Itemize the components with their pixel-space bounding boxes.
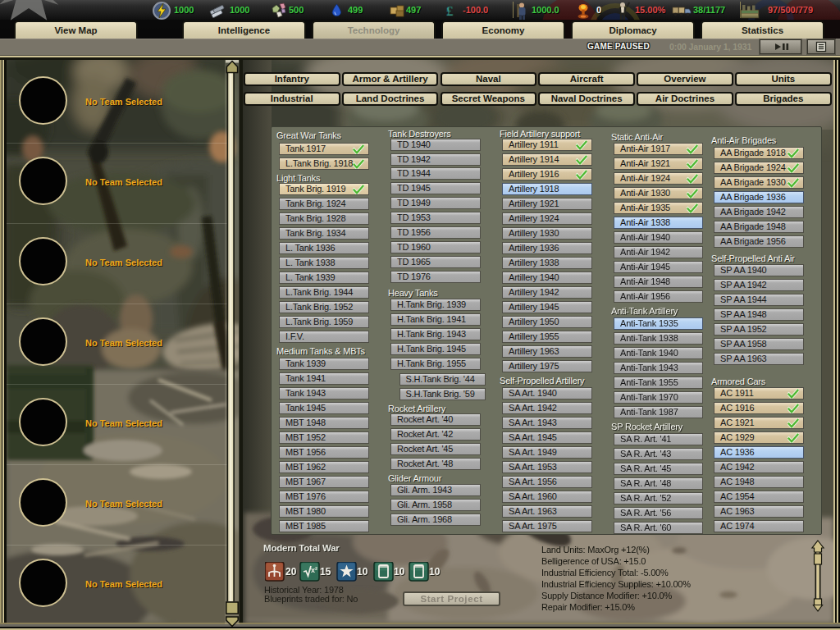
svg-text:x²: x² [311,566,317,574]
svg-text:£: £ [446,3,454,19]
